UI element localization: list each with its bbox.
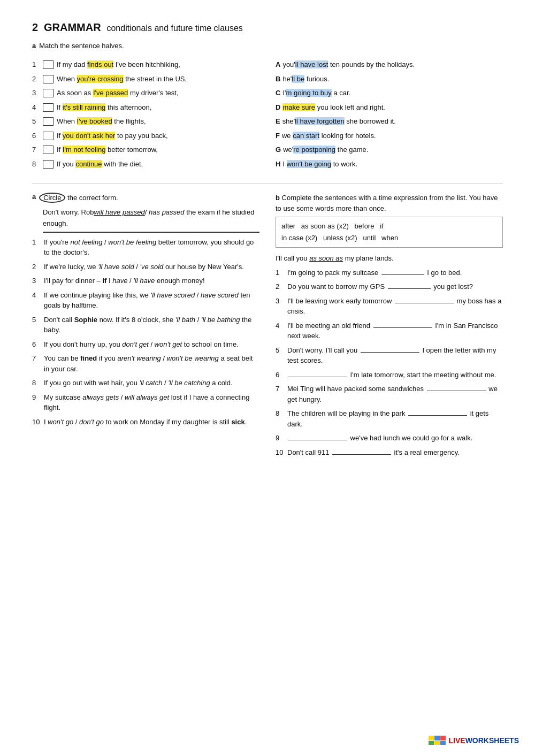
liveworksheets-logo: LIVEWORKSHEETS (429, 736, 519, 745)
right-item-C: CI'm going to buy a car. (276, 88, 503, 98)
answer-box-2[interactable] (43, 75, 54, 83)
complete-item-3: 3 I'll be leaving work early tomorrow my… (276, 296, 503, 317)
circle-instruction: the correct form. (67, 194, 118, 202)
complete-item-6: 6 I'm late tomorrow, start the meeting w… (276, 370, 503, 380)
answer-box-5[interactable] (43, 117, 54, 126)
right-item-G: Gwe're postponing the game. (276, 144, 503, 155)
part-a-header: a Match the sentence halves. (32, 42, 503, 55)
circle-item-6: 6 If you don't hurry up, you don't get /… (32, 339, 259, 350)
answer-box-6[interactable] (43, 132, 54, 140)
circle-item-3: 3 I'll pay for dinner – if I have / 'll … (32, 276, 259, 286)
word-list-box: after as soon as (x2) before if in case … (276, 217, 503, 248)
circle-item-1: 1 If you're not feeling / won't be feeli… (32, 237, 259, 258)
complete-item-4: 4 I'll be meeting an old friend I'm in S… (276, 320, 503, 341)
svg-rect-4 (434, 741, 440, 745)
svg-rect-0 (429, 736, 434, 740)
circle-item-8: 8 If you go out with wet hair, you 'll c… (32, 378, 259, 388)
svg-rect-1 (434, 736, 440, 740)
complete-item-1: 1 I'm going to pack my suitcase I go to … (276, 268, 503, 278)
circle-item-5: 5 Don't call Sophie now. If it's 8 o'clo… (32, 315, 259, 335)
match-item-2: 2 When you're crossing the street in the… (32, 74, 259, 85)
svg-rect-2 (440, 736, 446, 740)
complete-item-5: 5 Don't worry. I'll call you I open the … (276, 345, 503, 366)
right-item-F: Fwe can start looking for hotels. (276, 131, 503, 141)
section-divider (32, 184, 503, 184)
logo-text: LIVEWORKSHEETS (449, 736, 519, 745)
part-a-label: a (32, 42, 36, 50)
answer-box-8[interactable] (43, 160, 54, 169)
complete-item-2: 2 Do you want to borrow my GPS you get l… (276, 281, 503, 292)
right-item-B: Bhe'll be furious. (276, 74, 503, 85)
right-item-H: HI won't be going to work. (276, 159, 503, 170)
complete-instruction: b Complete the sentences with a time exp… (276, 193, 503, 213)
match-item-8: 8 If you continue with the diet, (32, 159, 259, 170)
logo-icon (429, 736, 446, 745)
circle-item-7: 7 You can be fined if you aren't wearing… (32, 353, 259, 374)
circle-item-4: 4 If we continue playing like this, we '… (32, 290, 259, 311)
complete-item-8: 8 The children will be playing in the pa… (276, 408, 503, 429)
circle-item-2: 2 If we're lucky, we 'll have sold / 've… (32, 262, 259, 272)
match-item-7: 7 If I'm not feeling better tomorrow, (32, 144, 259, 155)
right-item-A: Ayou'll have lost ten pounds by the holi… (276, 59, 503, 70)
complete-item-9: 9 we've had lunch we could go for a walk… (276, 433, 503, 444)
section-number: 2 (32, 21, 38, 33)
part-a-instruction: Match the sentence halves. (39, 42, 124, 50)
match-right-column: Ayou'll have lost ten pounds by the holi… (276, 59, 503, 173)
bottom-section: a Circle the correct form. Don't worry. … (32, 193, 503, 461)
complete-intro-sentence: I'll call you as soon as my plane lands. (276, 253, 503, 264)
svg-rect-3 (429, 741, 434, 745)
answer-box-3[interactable] (43, 89, 54, 97)
answer-box-4[interactable] (43, 103, 54, 112)
section-subtitle: conditionals and future time clauses (106, 24, 242, 33)
match-exercise: 1 If my dad finds out I've been hitchhik… (32, 59, 503, 173)
match-item-4: 4 If it's still raining this afternoon, (32, 102, 259, 113)
match-item-5: 5 When I've booked the flights, (32, 116, 259, 127)
right-item-D: Dmake sure you look left and right. (276, 102, 503, 113)
match-left-column: 1 If my dad finds out I've been hitchhik… (32, 59, 259, 173)
match-item-6: 6 If you don't ask her to pay you back, (32, 131, 259, 141)
complete-item-10: 10 Don't call 911 it's a real emergency. (276, 447, 503, 458)
circle-item-9: 9 My suitcase always gets / will always … (32, 392, 259, 413)
circle-item-10: 10 I won't go / don't go to work on Mond… (32, 417, 259, 427)
circle-exercise: a Circle the correct form. Don't worry. … (32, 193, 259, 461)
section-word: GRAMMAR (44, 21, 101, 33)
circle-part-label: a (32, 193, 36, 201)
answer-box-7[interactable] (43, 146, 54, 154)
circle-header: a Circle the correct form. (32, 193, 259, 203)
section-title: 2 GRAMMAR conditionals and future time c… (32, 21, 503, 34)
circle-intro: Don't worry. Robwill have passed/ has pa… (43, 207, 259, 233)
right-item-E: Eshe'll have forgotten she borrowed it. (276, 116, 503, 127)
match-item-1: 1 If my dad finds out I've been hitchhik… (32, 59, 259, 70)
circle-word: Circle (39, 193, 65, 203)
complete-item-7: 7 Mei Ting will have packed some sandwic… (276, 384, 503, 404)
match-item-3: 3 As soon as I've passed my driver's tes… (32, 88, 259, 98)
svg-rect-5 (440, 741, 446, 745)
answer-box-1[interactable] (43, 60, 54, 69)
complete-exercise: b Complete the sentences with a time exp… (276, 193, 503, 461)
